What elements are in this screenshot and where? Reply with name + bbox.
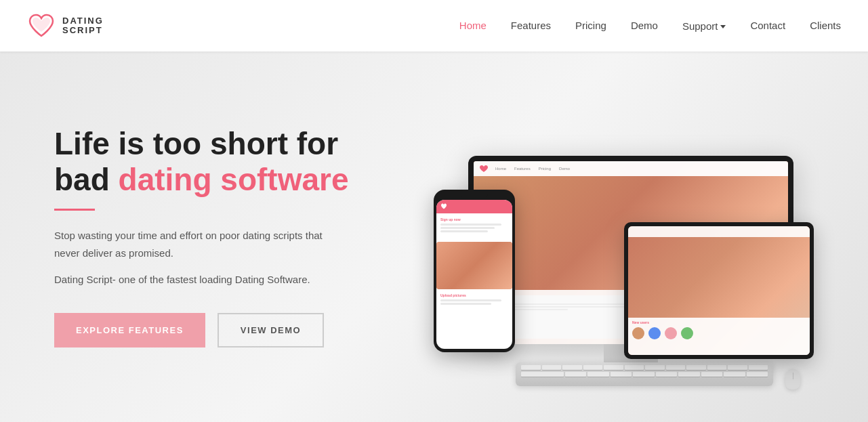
avatar xyxy=(632,327,644,339)
hero-heading-line1: Life is too short for xyxy=(54,126,338,161)
phone-logo-icon xyxy=(440,203,447,209)
key xyxy=(686,365,706,370)
tablet-nav-bar xyxy=(628,226,810,237)
key xyxy=(728,365,747,370)
key xyxy=(645,365,665,370)
key xyxy=(656,372,677,377)
explore-features-button[interactable]: EXPLORE FEATURES xyxy=(54,313,205,347)
phone-text xyxy=(440,227,495,229)
nav-item-demo[interactable]: Demo xyxy=(631,20,658,32)
tablet-user-row xyxy=(632,327,806,339)
nav-link-pricing[interactable]: Pricing xyxy=(575,20,606,31)
key xyxy=(749,365,768,370)
phone-text xyxy=(440,230,488,232)
key xyxy=(562,365,582,370)
logo[interactable]: DATING SCRIPT xyxy=(27,13,104,39)
phone-upload-title: Upload pictures xyxy=(440,293,508,297)
phone-text xyxy=(440,299,501,301)
screen-logo-icon xyxy=(479,165,489,173)
logo-text: DATING SCRIPT xyxy=(62,16,104,36)
logo-heart-icon xyxy=(27,13,56,39)
hero-heading-highlight: dating software xyxy=(119,162,349,197)
key xyxy=(747,372,768,377)
nav-link-features[interactable]: Features xyxy=(511,20,551,31)
key xyxy=(625,365,644,370)
hero-heading: Life is too short for bad dating softwar… xyxy=(54,126,407,198)
nav-item-home[interactable]: Home xyxy=(459,20,487,32)
nav-links: Home Features Pricing Demo Support Conta… xyxy=(459,20,841,32)
tablet-couple-image: New users xyxy=(628,226,810,355)
key-row-2 xyxy=(521,372,768,377)
key xyxy=(707,365,727,370)
nav-item-contact[interactable]: Contact xyxy=(750,20,785,32)
hero-sub1: Stop wasting your time and effort on poo… xyxy=(54,227,346,261)
keyboard-rows xyxy=(516,362,773,379)
key xyxy=(521,365,541,370)
tablet-section-label: New users xyxy=(632,320,806,324)
key xyxy=(521,372,564,377)
mouse-scroll-wheel xyxy=(793,373,793,379)
phone-screen: Sign up now Upload pictures xyxy=(436,200,512,349)
phone-girl-image xyxy=(436,242,512,289)
key xyxy=(701,372,722,377)
key xyxy=(666,365,686,370)
key xyxy=(587,372,608,377)
phone-upload-section: Upload pictures xyxy=(436,293,512,310)
phone-text xyxy=(440,224,501,226)
nav-link-support[interactable]: Support xyxy=(682,20,718,32)
tablet-screen: New users xyxy=(628,226,810,355)
nav-link-clients[interactable]: Clients xyxy=(810,20,841,31)
nav-link-home[interactable]: Home xyxy=(459,20,487,31)
phone-device: Sign up now Upload pictures xyxy=(434,190,515,352)
phone-content: Sign up now xyxy=(436,213,512,238)
hero-divider xyxy=(54,209,95,211)
avatar xyxy=(665,327,677,339)
phone-notch xyxy=(461,193,488,198)
tablet-device: New users xyxy=(624,222,814,359)
hero-sub2: Dating Script- one of the fastest loadin… xyxy=(54,271,346,289)
nav-item-features[interactable]: Features xyxy=(511,20,551,32)
phone-girl-photo xyxy=(436,242,512,289)
tablet-outer: New users xyxy=(624,222,814,359)
keyboard xyxy=(516,362,773,386)
screen-navbar: Home Features Pricing Demo xyxy=(474,161,788,176)
tablet-bottom-content: New users xyxy=(628,318,810,355)
key xyxy=(678,372,699,377)
mouse xyxy=(785,369,800,389)
nav-item-support[interactable]: Support xyxy=(682,20,726,32)
navbar: DATING SCRIPT Home Features Pricing Demo… xyxy=(0,0,868,51)
key xyxy=(604,365,623,370)
key xyxy=(542,365,562,370)
hero-devices: Home Features Pricing Demo Chat up now xyxy=(407,81,814,393)
key xyxy=(611,372,632,377)
hero-content: Life is too short for bad dating softwar… xyxy=(54,126,407,347)
logo-line2: SCRIPT xyxy=(62,26,104,35)
chevron-down-icon xyxy=(720,25,726,28)
key xyxy=(583,365,603,370)
key xyxy=(565,372,586,377)
avatar xyxy=(681,327,693,339)
key-row-1 xyxy=(521,365,768,370)
phone-signup-title: Sign up now xyxy=(440,217,508,221)
nav-item-pricing[interactable]: Pricing xyxy=(575,20,606,32)
hero-heading-bad: bad xyxy=(54,162,119,197)
nav-item-clients[interactable]: Clients xyxy=(810,20,841,32)
avatar xyxy=(648,327,661,339)
logo-line1: DATING xyxy=(62,16,104,26)
view-demo-button[interactable]: VIEW DEMO xyxy=(218,313,324,347)
screen-nav-items: Home Features Pricing Demo xyxy=(495,167,570,171)
phone-outer: Sign up now Upload pictures xyxy=(434,190,515,352)
hero-buttons: EXPLORE FEATURES VIEW DEMO xyxy=(54,313,407,347)
nav-link-demo[interactable]: Demo xyxy=(631,20,658,31)
key xyxy=(724,372,745,377)
key xyxy=(633,372,654,377)
phone-header xyxy=(436,200,512,213)
hero-section: Life is too short for bad dating softwar… xyxy=(0,51,868,422)
nav-link-contact[interactable]: Contact xyxy=(750,20,785,31)
phone-text xyxy=(440,303,491,305)
